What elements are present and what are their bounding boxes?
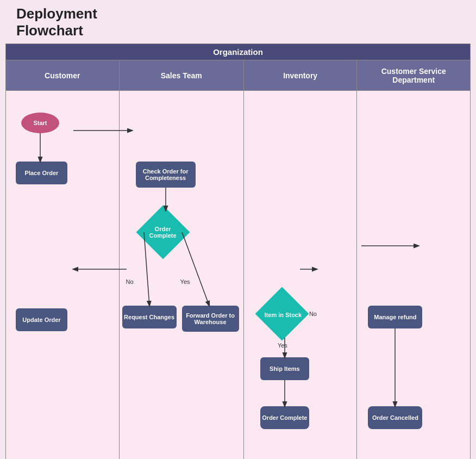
lane-inventory: Inventory Item in Stock Ship Items Order… (244, 60, 358, 459)
page-title: Deployment Flowchart (5, 5, 471, 39)
lane-customer: Customer Start Place Order Update Order (6, 60, 120, 459)
org-header: Organization (6, 44, 470, 60)
order-cancelled-node: Order Cancelled (368, 406, 422, 429)
yes-label-1: Yes (180, 278, 190, 285)
item-in-stock-diamond: Item in Stock (260, 292, 306, 338)
request-changes-node: Request Changes (122, 306, 177, 328)
lane-header-customer: Customer (6, 60, 119, 91)
manage-refund-node: Manage refund (368, 306, 422, 328)
yes-label-2: Yes (278, 342, 287, 349)
lane-header-inventory: Inventory (244, 60, 357, 91)
lane-csd: Customer Service Department Manage refun… (357, 60, 470, 459)
lane-sales: Sales Team Check Order for Completeness … (120, 60, 244, 459)
forward-order-node: Forward Order to Warehouse (182, 306, 239, 332)
lane-header-sales: Sales Team (120, 60, 243, 91)
update-order-node: Update Order (16, 308, 67, 331)
start-node: Start (21, 113, 59, 133)
order-complete2-node: Order Complete (260, 406, 309, 429)
svg-line-3 (182, 232, 209, 306)
check-order-node: Check Order for Completeness (136, 162, 196, 188)
no-label-1: No (126, 278, 134, 285)
order-complete-diamond: Order Complete (141, 210, 185, 254)
ship-items-node: Ship Items (260, 357, 309, 380)
place-order-node: Place Order (16, 162, 67, 184)
no-label-2: No (309, 311, 317, 317)
lane-header-csd: Customer Service Department (357, 60, 470, 91)
flowchart-container: Organization Customer Start Place Order … (5, 44, 471, 459)
